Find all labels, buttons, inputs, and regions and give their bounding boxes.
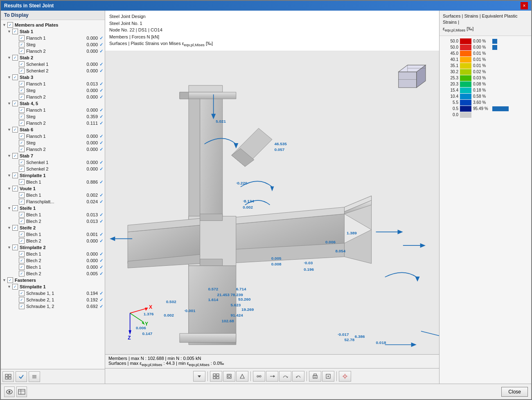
tree-item[interactable]: ▼✓Stirnplatte 1 bbox=[1, 172, 105, 179]
tree-item[interactable]: ✓Schenkel 10.000✓ bbox=[1, 159, 105, 166]
tree-item[interactable]: ▼✓Stab 7 bbox=[1, 153, 105, 159]
checkbox[interactable]: ✓ bbox=[19, 192, 25, 198]
checkbox[interactable]: ✓ bbox=[19, 297, 25, 303]
tree-item[interactable]: ▼✓Stab 6 bbox=[1, 126, 105, 133]
view-btn-render[interactable] bbox=[223, 371, 235, 382]
tree-item[interactable]: ✓Flansch 20.000✓ bbox=[1, 94, 105, 100]
view-btn-moments[interactable] bbox=[279, 371, 291, 382]
tree-item[interactable]: ✓Steg0.000✓ bbox=[1, 87, 105, 94]
tree-item[interactable]: ✓Blech 10.013✓ bbox=[1, 211, 105, 218]
toolbar-btn-1[interactable] bbox=[2, 371, 14, 382]
view-btn-shear[interactable] bbox=[292, 371, 304, 382]
checkbox[interactable]: ✓ bbox=[19, 258, 25, 263]
footer-icon-table[interactable] bbox=[16, 387, 27, 397]
tree-item[interactable]: ✓Flanschplatt...0.024✓ bbox=[1, 198, 105, 205]
expand-icon[interactable]: ▼ bbox=[7, 128, 12, 132]
expand-icon[interactable]: ▼ bbox=[7, 245, 12, 249]
checkbox[interactable]: ✓ bbox=[19, 251, 25, 257]
tree-item[interactable]: ✓Steg0.000✓ bbox=[1, 41, 105, 48]
checkbox[interactable]: ✓ bbox=[19, 114, 25, 119]
tree-item[interactable]: ▼✓Steife 2 bbox=[1, 225, 105, 231]
checkbox[interactable]: ✓ bbox=[12, 173, 18, 178]
tree-item[interactable]: ✓Schraube 1, 20.692✓ bbox=[1, 303, 105, 310]
tree-item[interactable]: ✓Flansch 10.000✓ bbox=[1, 133, 105, 139]
tree-item[interactable]: ✓Flansch 10.013✓ bbox=[1, 81, 105, 87]
tree-item[interactable]: ✓Flansch 20.000✓ bbox=[1, 48, 105, 54]
checkbox[interactable]: ✓ bbox=[12, 127, 18, 133]
tree-item[interactable]: ✓Schenkel 10.000✓ bbox=[1, 61, 105, 67]
expand-icon[interactable]: ▼ bbox=[7, 206, 12, 210]
tree-item[interactable]: ✓Blech 20.013✓ bbox=[1, 218, 105, 225]
checkbox[interactable]: ✓ bbox=[19, 107, 25, 113]
checkbox[interactable]: ✓ bbox=[19, 120, 25, 126]
tree-area[interactable]: ▼✓Members and Plates▼✓Stab 1✓Flansch 10.… bbox=[1, 20, 105, 369]
checkbox[interactable]: ✓ bbox=[12, 101, 18, 106]
checkbox[interactable]: ✓ bbox=[12, 205, 18, 211]
expand-icon[interactable]: ▼ bbox=[7, 154, 12, 158]
tree-item[interactable]: ✓Schraube 2, 10.192✓ bbox=[1, 297, 105, 303]
checkbox[interactable]: ✓ bbox=[12, 74, 18, 80]
tree-item[interactable]: ✓Blech 10.001✓ bbox=[1, 231, 105, 238]
expand-icon[interactable]: ▼ bbox=[7, 75, 12, 79]
view-btn-settings[interactable] bbox=[339, 371, 351, 382]
checkbox[interactable]: ✓ bbox=[19, 88, 25, 93]
checkbox[interactable]: ✓ bbox=[19, 35, 25, 41]
checkbox[interactable]: ✓ bbox=[12, 245, 18, 250]
expand-icon[interactable]: ▼ bbox=[7, 29, 12, 34]
footer-icon-eye[interactable] bbox=[4, 387, 15, 397]
checkbox[interactable]: ✓ bbox=[19, 264, 25, 270]
expand-icon[interactable]: ▼ bbox=[7, 101, 12, 106]
checkbox[interactable]: ✓ bbox=[19, 218, 25, 224]
expand-icon[interactable]: ▼ bbox=[7, 226, 12, 230]
view-btn-arrows[interactable] bbox=[266, 371, 278, 382]
tree-item[interactable]: ▼✓Steife 1 bbox=[1, 205, 105, 211]
tree-item[interactable]: ✓Steg0.359✓ bbox=[1, 113, 105, 120]
checkbox[interactable]: ✓ bbox=[19, 68, 25, 74]
tree-item[interactable]: ✓Flansch 20.000✓ bbox=[1, 146, 105, 153]
checkbox[interactable]: ✓ bbox=[12, 29, 18, 34]
checkbox[interactable]: ✓ bbox=[19, 61, 25, 67]
tree-item[interactable]: ▼✓Stirnplatte 2 bbox=[1, 244, 105, 251]
expand-icon[interactable]: ▼ bbox=[7, 173, 12, 178]
tree-item[interactable]: ▼✓Stab 1 bbox=[1, 28, 105, 35]
checkbox[interactable]: ✓ bbox=[12, 153, 18, 159]
tree-item[interactable]: ✓Schenkel 20.000✓ bbox=[1, 67, 105, 74]
tree-item[interactable]: ✓Blech 20.005✓ bbox=[1, 270, 105, 277]
view-btn-dropdown[interactable] bbox=[193, 371, 205, 382]
expand-icon[interactable]: ▼ bbox=[7, 187, 12, 191]
window-close-button[interactable]: × bbox=[521, 2, 528, 9]
expand-icon[interactable]: ▼ bbox=[2, 278, 7, 282]
checkbox[interactable]: ✓ bbox=[19, 303, 25, 309]
checkbox[interactable]: ✓ bbox=[12, 225, 18, 231]
tree-item[interactable]: ▼✓Stab 4, 5 bbox=[1, 100, 105, 107]
tree-item[interactable]: ✓Flansch 10.000✓ bbox=[1, 107, 105, 113]
expand-icon[interactable]: ▼ bbox=[7, 56, 12, 60]
tree-item[interactable]: ✓Blech 10.000✓ bbox=[1, 251, 105, 257]
tree-item[interactable]: ✓Blech 20.000✓ bbox=[1, 257, 105, 264]
checkbox[interactable]: ✓ bbox=[19, 48, 25, 54]
tree-item[interactable]: ✓Blech 10.002✓ bbox=[1, 192, 105, 198]
tree-item[interactable]: ▼✓Members and Plates bbox=[1, 22, 105, 28]
checkbox[interactable]: ✓ bbox=[19, 179, 25, 185]
tree-item[interactable]: ✓Schraube 1, 10.194✓ bbox=[1, 290, 105, 297]
tree-item[interactable]: ▼✓Stab 3 bbox=[1, 74, 105, 81]
checkbox[interactable]: ✓ bbox=[19, 42, 25, 47]
tree-item[interactable]: ✓Flansch 20.111✓ bbox=[1, 120, 105, 126]
tree-item[interactable]: ▼✓Fasteners bbox=[1, 277, 105, 283]
viewport-area[interactable]: X Y Z bbox=[105, 51, 439, 354]
close-button[interactable]: Close bbox=[501, 387, 528, 397]
checkbox[interactable]: ✓ bbox=[7, 277, 13, 283]
checkbox[interactable]: ✓ bbox=[19, 146, 25, 152]
tree-item[interactable]: ▼✓Stab 2 bbox=[1, 54, 105, 61]
checkbox[interactable]: ✓ bbox=[19, 238, 25, 244]
checkbox[interactable]: ✓ bbox=[19, 166, 25, 172]
tree-item[interactable]: ✓Flansch 10.000✓ bbox=[1, 35, 105, 41]
expand-icon[interactable]: ▼ bbox=[2, 23, 7, 27]
tree-item[interactable]: ✓Blech 20.000✓ bbox=[1, 238, 105, 244]
tree-item[interactable]: ✓Blech 10.886✓ bbox=[1, 179, 105, 185]
view-btn-export[interactable] bbox=[322, 371, 334, 382]
checkbox[interactable]: ✓ bbox=[7, 22, 13, 28]
checkbox[interactable]: ✓ bbox=[19, 140, 25, 146]
checkbox[interactable]: ✓ bbox=[19, 81, 25, 87]
checkbox[interactable]: ✓ bbox=[19, 133, 25, 139]
